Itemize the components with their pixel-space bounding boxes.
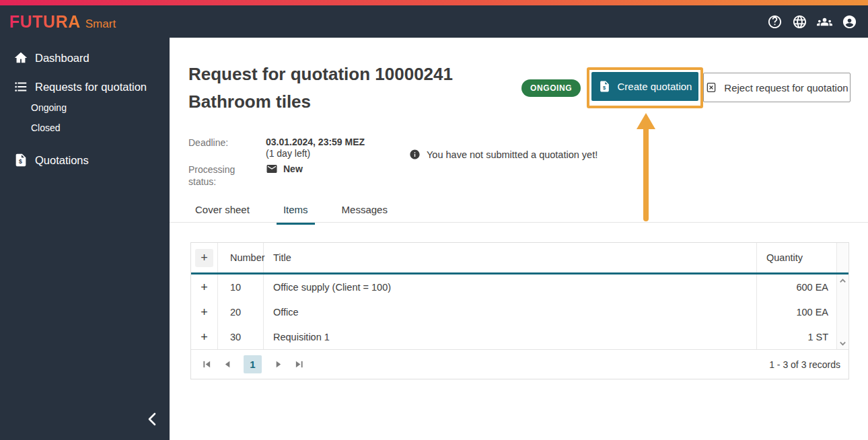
current-page-button[interactable]: 1 — [244, 355, 262, 373]
table-pagination: 1 1 - 3 of 3 records — [191, 349, 848, 379]
processing-status-text: New — [283, 163, 303, 174]
deadline-note: (1 day left) — [266, 148, 310, 159]
row-expand-cell: + — [191, 324, 218, 349]
row-title-cell: Office — [264, 299, 757, 324]
tab-items[interactable]: Items — [277, 200, 315, 225]
row-number-cell: 10 — [218, 274, 264, 299]
page-title: Request for quotation 10000241 Bathroom … — [188, 61, 453, 116]
app-logo: FUTURA Smart — [9, 12, 116, 32]
app-header: FUTURA Smart — [0, 5, 868, 38]
main-content: Request for quotation 10000241 Bathroom … — [170, 38, 868, 440]
expand-row-button[interactable]: + — [201, 281, 208, 293]
svg-text:$: $ — [19, 158, 22, 165]
envelope-icon — [266, 163, 278, 175]
page-title-line1: Request for quotation 10000241 — [188, 64, 453, 84]
reject-request-label: Reject request for quotation — [724, 82, 848, 94]
row-expand-cell: + — [191, 274, 218, 299]
processing-status-value: New — [266, 163, 303, 175]
next-page-icon — [274, 360, 283, 369]
previous-page-button[interactable] — [223, 360, 232, 369]
table-header-title[interactable]: Title — [264, 243, 757, 272]
quotation-doc-icon: $ — [13, 153, 28, 168]
brand-name: FUTURA — [9, 12, 81, 32]
help-icon[interactable] — [766, 13, 783, 30]
chevron-left-icon — [147, 412, 157, 427]
deadline-label: Deadline: — [188, 137, 228, 149]
create-quotation-button[interactable]: $ Create quotation — [591, 72, 698, 101]
previous-page-icon — [223, 360, 232, 369]
status-badge: ONGOING — [521, 79, 581, 97]
row-title-cell: Requisition 1 — [264, 324, 757, 349]
annotation-arrow-icon — [635, 113, 657, 223]
create-quotation-label: Create quotation — [618, 81, 692, 92]
brand-suffix: Smart — [85, 17, 116, 31]
deadline-value: 03.01.2024, 23:59 MEZ — [266, 137, 365, 147]
expand-row-button[interactable]: + — [201, 331, 208, 343]
table-header-expand: + — [191, 243, 218, 272]
header-actions — [766, 13, 857, 30]
sidebar-item-quotations[interactable]: $ Quotations — [0, 148, 170, 172]
table-row[interactable]: + 20 Office 100 EA — [191, 299, 848, 324]
first-page-icon — [203, 360, 211, 369]
account-icon[interactable] — [841, 13, 857, 30]
sidebar-item-ongoing[interactable]: Ongoing — [31, 102, 67, 113]
home-icon — [13, 50, 28, 65]
tab-messages[interactable]: Messages — [335, 200, 394, 225]
row-quantity-cell: 100 EA — [757, 299, 837, 324]
next-page-button[interactable] — [273, 360, 283, 369]
sidebar-item-label: Dashboard — [35, 52, 89, 65]
tab-cover-sheet[interactable]: Cover sheet — [188, 200, 256, 225]
info-icon — [409, 149, 421, 160]
table-header-row: + Number Title Quantity — [191, 243, 848, 274]
sidebar-item-label: Quotations — [35, 154, 89, 167]
row-expand-cell: + — [191, 299, 218, 324]
last-page-button[interactable] — [294, 360, 303, 369]
last-page-icon — [295, 360, 303, 369]
row-number-cell: 30 — [218, 324, 264, 349]
processing-status-label: Processing status: — [188, 163, 245, 188]
table-header-scroll-spacer — [837, 243, 848, 272]
pagination-controls: 1 — [202, 355, 303, 373]
table-header-quantity[interactable]: Quantity — [757, 243, 837, 272]
groups-icon[interactable] — [816, 13, 832, 30]
list-icon — [13, 79, 28, 94]
sidebar: Dashboard Requests for quotation Ongoing… — [0, 38, 170, 440]
language-icon[interactable] — [791, 13, 807, 30]
expand-row-button[interactable]: + — [201, 306, 208, 318]
scroll-down-icon[interactable] — [838, 339, 847, 347]
row-title-cell: Office supply (Client = 100) — [264, 274, 757, 299]
table-header-number[interactable]: Number — [218, 243, 264, 272]
info-message: You have not submitted a quotation yet! — [409, 149, 598, 160]
first-page-button[interactable] — [202, 360, 211, 369]
row-number-cell: 20 — [218, 299, 264, 324]
scroll-up-icon[interactable] — [838, 277, 847, 285]
table-row[interactable]: + 30 Requisition 1 1 ST — [191, 324, 848, 349]
sidebar-collapse-button[interactable] — [139, 408, 166, 431]
table-row[interactable]: + 10 Office supply (Client = 100) 600 EA — [191, 274, 848, 299]
records-count: 1 - 3 of 3 records — [769, 359, 840, 370]
table-scrollbar[interactable] — [837, 324, 848, 349]
sidebar-item-label: Requests for quotation — [35, 81, 147, 94]
tab-divider — [170, 222, 868, 223]
row-quantity-cell: 600 EA — [757, 274, 837, 299]
expand-all-button[interactable]: + — [195, 249, 213, 267]
items-table: + Number Title Quantity + 10 Office supp… — [190, 242, 849, 379]
table-scrollbar-track[interactable] — [837, 299, 848, 324]
sidebar-item-dashboard[interactable]: Dashboard — [0, 46, 170, 70]
info-message-text: You have not submitted a quotation yet! — [427, 149, 598, 160]
doc-x-icon — [705, 81, 717, 94]
quote-doc-icon: $ — [598, 80, 611, 93]
table-scrollbar[interactable] — [837, 274, 848, 299]
annotation-highlight-box: $ Create quotation — [587, 67, 703, 108]
row-quantity-cell: 1 ST — [757, 324, 837, 349]
tab-bar: Cover sheet Items Messages — [188, 200, 394, 225]
reject-request-button[interactable]: Reject request for quotation — [703, 73, 851, 102]
sidebar-item-closed[interactable]: Closed — [31, 122, 61, 133]
sidebar-item-requests-for-quotation[interactable]: Requests for quotation — [0, 75, 170, 99]
top-gradient-strip — [0, 0, 868, 5]
page-title-line2: Bathroom tiles — [188, 91, 311, 112]
